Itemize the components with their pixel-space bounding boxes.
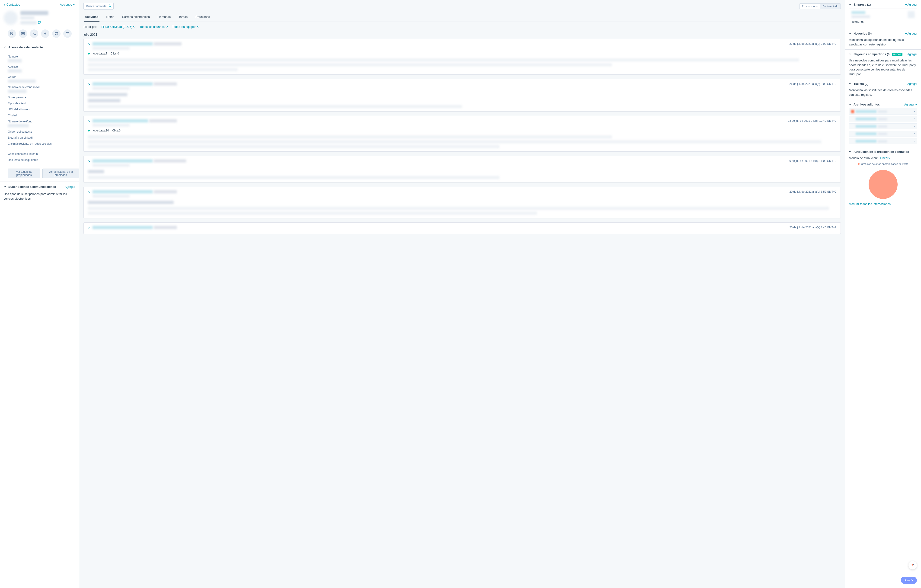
- expand-card-icon[interactable]: [88, 120, 90, 123]
- chevron-down-icon: [849, 150, 851, 153]
- contact-hero: [0, 9, 79, 28]
- property-list: Nombre Apellido Correo Número de teléfon…: [0, 55, 79, 165]
- show-all-interactions-link[interactable]: Mostrar todas las interacciones: [849, 202, 917, 206]
- attribution-pie-chart: [869, 170, 898, 199]
- company-section-header[interactable]: Empresa (1) + Agregar: [849, 3, 917, 6]
- attachments-section-header[interactable]: Archivos adjuntos Agregar: [849, 103, 917, 106]
- prop-origin-label: Origen del contacto: [8, 130, 75, 133]
- card-timestamp: 20 de jul. de 2021 a la(s) 8:52 GMT+2: [789, 190, 836, 193]
- month-label: julio 2021: [79, 32, 845, 39]
- expand-card-icon[interactable]: [88, 191, 90, 194]
- file-icon: [851, 110, 854, 113]
- card-timestamp: 23 de jul. de 2021 a la(s) 10:40 GMT+2: [788, 119, 836, 122]
- attribution-model-dropdown[interactable]: Lineal: [880, 156, 890, 160]
- app-launcher-icon[interactable]: [908, 561, 917, 570]
- call-button[interactable]: [30, 29, 38, 38]
- attachment-row[interactable]: ×: [849, 109, 917, 114]
- shared-deals-add-link[interactable]: + Agregar: [905, 53, 917, 56]
- note-button[interactable]: [8, 29, 16, 38]
- help-button[interactable]: Ayuda: [901, 577, 917, 584]
- company-title: Empresa (1): [854, 3, 871, 6]
- remove-attachment-icon[interactable]: ×: [914, 117, 915, 121]
- tab-emails[interactable]: Correos electrónicos: [121, 13, 150, 21]
- contact-name: [20, 11, 48, 15]
- activity-card: 20 de jul. de 2021 a la(s) 8:45 GMT+2: [83, 222, 841, 234]
- activity-card: 20 de jul. de 2021 a la(s) 8:52 GMT+2: [83, 187, 841, 218]
- chevron-down-icon: [849, 52, 851, 56]
- prop-mobile-value[interactable]: [8, 90, 26, 93]
- prop-surname-value[interactable]: [8, 69, 22, 73]
- expand-all-button[interactable]: Expandir todo: [799, 3, 820, 9]
- filter-teams-dropdown[interactable]: Todos los equipos: [172, 25, 199, 29]
- view-property-history-button[interactable]: Ver el historial de la propiedad: [42, 169, 79, 178]
- quick-action-row: [0, 28, 79, 42]
- expand-card-icon[interactable]: [88, 160, 90, 163]
- remove-attachment-icon[interactable]: ×: [914, 125, 915, 128]
- expand-card-icon[interactable]: [88, 43, 90, 46]
- actions-label: Acciones: [60, 3, 72, 6]
- contact-actions-menu[interactable]: Acciones: [60, 3, 75, 6]
- tab-notes[interactable]: Notas: [106, 13, 115, 21]
- about-section-header[interactable]: Acerca de este contacto: [0, 42, 79, 52]
- shared-deals-section-header[interactable]: Negocios compartidos (0) NUEVO + Agregar: [849, 52, 917, 56]
- middle-panel: Expandir todo Contraer todo Actividad No…: [79, 0, 845, 588]
- tickets-title: Tickets (0): [854, 82, 868, 86]
- tickets-add-link[interactable]: + Agregar: [905, 82, 917, 86]
- meeting-button[interactable]: [63, 29, 72, 38]
- card-timestamp: 20 de jul. de 2021 a la(s) 11:03 GMT+2: [788, 159, 836, 163]
- subs-add-link[interactable]: + Agregar: [62, 185, 75, 189]
- subs-description: Usa tipos de suscripciones para administ…: [0, 192, 79, 204]
- tab-calls[interactable]: Llamadas: [157, 13, 172, 21]
- remove-attachment-icon[interactable]: ×: [914, 132, 915, 135]
- attachments-add-link[interactable]: Agregar: [904, 103, 917, 106]
- company-add-link[interactable]: + Agregar: [905, 3, 917, 6]
- company-card[interactable]: Teléfono:: [849, 8, 917, 26]
- prop-socialclick-value[interactable]: --: [8, 146, 75, 150]
- filter-activity-dropdown[interactable]: Filtrar actividad (21/26): [101, 25, 135, 29]
- prop-email-label: Correo: [8, 75, 75, 78]
- card-timestamp: 20 de jul. de 2021 a la(s) 8:45 GMT+2: [789, 226, 836, 229]
- tab-activity[interactable]: Actividad: [84, 13, 99, 21]
- prop-socialclick-label: Clic más reciente en redes sociales: [8, 142, 75, 145]
- tracking-dot-icon: [88, 53, 90, 54]
- expand-card-icon[interactable]: [88, 226, 90, 230]
- svg-rect-2: [21, 33, 24, 35]
- attachment-row[interactable]: ×: [849, 116, 917, 122]
- svg-point-7: [913, 564, 914, 565]
- attachment-row[interactable]: ×: [849, 138, 917, 144]
- prop-city-label: Ciudad: [8, 114, 75, 117]
- prop-followers-label: Recuento de seguidores: [8, 158, 75, 161]
- opens-stat: Aperturas:10: [93, 129, 109, 132]
- chevron-down-icon: [4, 185, 6, 189]
- prop-linkedinbio-label: Biografía en LinkedIn: [8, 136, 75, 139]
- remove-attachment-icon[interactable]: ×: [914, 110, 915, 113]
- email-button[interactable]: [19, 29, 27, 38]
- card-timestamp: 26 de jul. de 2021 a la(s) 8:00 GMT+2: [789, 82, 836, 86]
- prop-email-value[interactable]: [8, 80, 36, 83]
- deals-section-header[interactable]: Negocios (0) + Agregar: [849, 32, 917, 35]
- prop-name-value[interactable]: [8, 59, 22, 62]
- expand-card-icon[interactable]: [88, 83, 90, 86]
- tab-meetings[interactable]: Reuniones: [195, 13, 211, 21]
- filter-users-dropdown[interactable]: Todos los usuarios: [140, 25, 168, 29]
- collapse-all-button[interactable]: Contraer todo: [820, 3, 841, 9]
- tickets-section-header[interactable]: Tickets (0) + Agregar: [849, 82, 917, 86]
- attachment-row[interactable]: ×: [849, 131, 917, 137]
- prop-name-label: Nombre: [8, 55, 75, 58]
- prop-phone-value[interactable]: [8, 124, 29, 127]
- attachment-list: × × × × ×: [849, 109, 917, 144]
- view-all-properties-button[interactable]: Ver todas las propiedades: [8, 169, 40, 178]
- attribution-section-header[interactable]: Atribución de la creación de contactos: [849, 150, 917, 153]
- tab-tasks[interactable]: Tareas: [177, 13, 189, 21]
- activity-card: 27 de jul. de 2021 a la(s) 9:00 GMT+2 Ap…: [83, 39, 841, 75]
- subs-section-header[interactable]: Suscripciones a comunicaciones + Agregar: [0, 182, 79, 192]
- task-button[interactable]: [52, 29, 60, 38]
- back-to-contacts-link[interactable]: Contactos: [4, 3, 20, 6]
- deals-add-link[interactable]: + Agregar: [905, 32, 917, 35]
- log-button[interactable]: [41, 29, 49, 38]
- attachment-row[interactable]: ×: [849, 123, 917, 129]
- copy-email-icon[interactable]: [38, 21, 41, 24]
- contact-subtitle: [20, 16, 34, 19]
- prop-surname-label: Apellido: [8, 65, 75, 68]
- remove-attachment-icon[interactable]: ×: [914, 140, 915, 143]
